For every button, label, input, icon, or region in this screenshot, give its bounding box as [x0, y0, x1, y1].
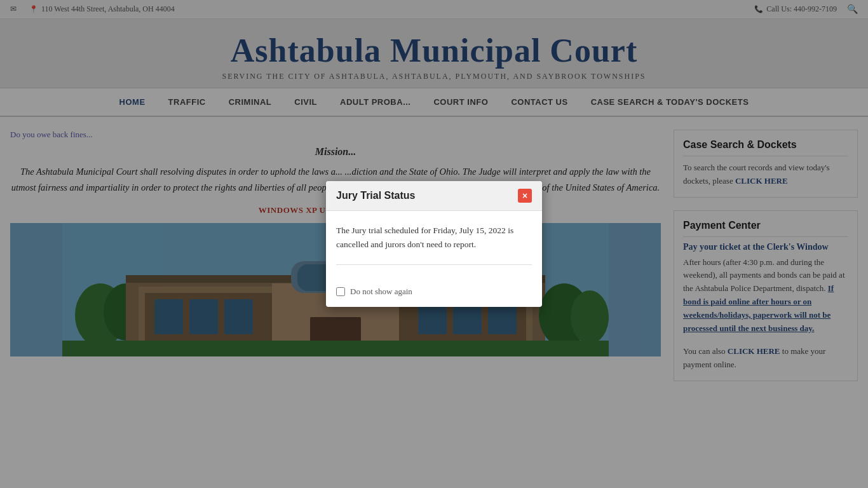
do-not-show-checkbox[interactable] — [336, 287, 345, 296]
modal-close-button[interactable]: × — [518, 189, 532, 203]
jury-trial-modal: Jury Trial Status × The Jury trial sched… — [326, 181, 542, 306]
modal-title: Jury Trial Status — [336, 190, 416, 201]
modal-overlay[interactable]: Jury Trial Status × The Jury trial sched… — [0, 0, 868, 407]
modal-body: The Jury trial scheduled for Friday, Jul… — [326, 211, 542, 286]
modal-header: Jury Trial Status × — [326, 181, 542, 211]
do-not-show-label[interactable]: Do not show again — [350, 287, 412, 297]
modal-footer: Do not show again — [326, 287, 542, 307]
modal-text: The Jury trial scheduled for Friday, Jul… — [336, 224, 532, 251]
modal-divider — [336, 264, 532, 265]
